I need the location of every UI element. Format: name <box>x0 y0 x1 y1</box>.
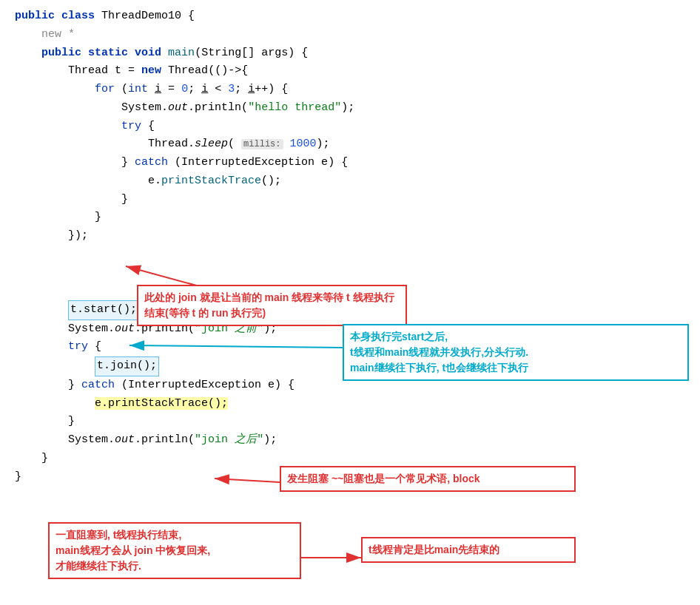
code-line-22: } <box>15 450 685 468</box>
annotation-t-ends-first: t线程肯定是比main先结束的 <box>361 537 576 563</box>
code-line-21: System.out.println("join 之后"); <box>15 431 685 450</box>
code-line-1: public class ThreadDemo10 { <box>15 7 685 26</box>
annotation-keeps-blocking: 一直阻塞到, t线程执行结束,main线程才会从 join 中恢复回来,才能继续… <box>48 522 301 579</box>
code-line-7: try { <box>15 118 685 136</box>
code-line-20: } <box>15 413 685 431</box>
code-area: public class ThreadDemo10 { new * public… <box>0 0 700 501</box>
annotation-join-explanation: 此处的 join 就是让当前的 main 线程来等待 t 线程执行结束(等待 t… <box>137 285 407 326</box>
annotation-block: 发生阻塞 ~~阻塞也是一个常见术语, block <box>280 466 576 492</box>
code-line-10: e.printStackTrace(); <box>15 172 685 191</box>
code-line-3: public static void main(String[] args) { <box>15 44 685 63</box>
code-line-8: Thread.sleep( millis: 1000); <box>15 135 685 154</box>
code-line-2: new * <box>15 26 685 44</box>
code-line-5: for (int i = 0; i < 3; i++) { <box>15 81 685 99</box>
code-line-12b: }); <box>15 227 685 246</box>
code-line-6: System.out.println("hello thread"); <box>15 99 685 118</box>
code-line-12: } <box>15 209 685 227</box>
code-content: public class ThreadDemo10 { new * public… <box>0 0 700 501</box>
code-line-4: Thread t = new Thread(()->{ <box>15 62 685 81</box>
code-line-19: e.printStackTrace(); <box>15 395 685 413</box>
code-line-9: } catch (InterruptedException e) { <box>15 154 685 172</box>
code-line-11: } <box>15 191 685 209</box>
annotation-concurrent: 本身执行完start之后,t线程和main线程就并发执行,分头行动.main继续… <box>343 324 689 381</box>
